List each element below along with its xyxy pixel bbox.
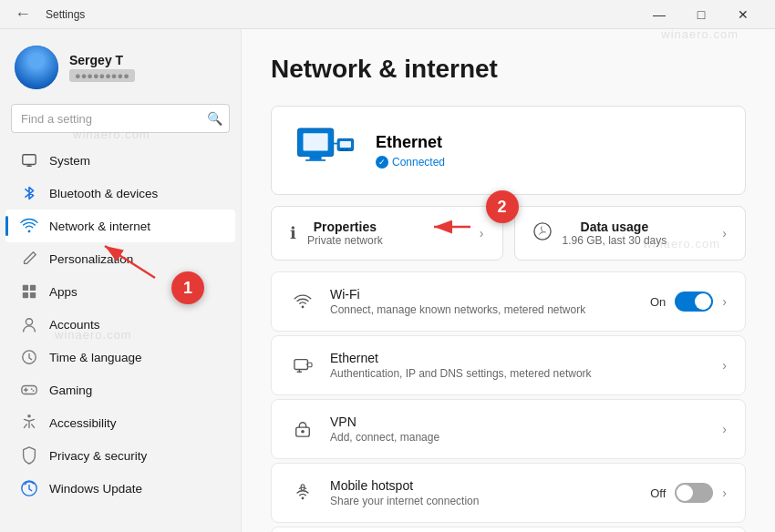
data-usage-button[interactable]: Data usage 1.96 GB, last 30 days › [514, 206, 747, 261]
bluetooth-label: Bluetooth & devices [49, 187, 158, 200]
wifi-info: Wi-Fi Connect, manage known networks, me… [330, 287, 636, 316]
nav-privacy[interactable]: Privacy & security [5, 439, 235, 472]
airplane-item[interactable]: Airplane mode Stop all wireless communic… [271, 527, 746, 532]
privacy-icon [20, 446, 38, 465]
svg-rect-6 [30, 292, 36, 298]
hotspot-subtitle: Share your internet connection [330, 495, 636, 507]
connected-badge: ✓ Connected [376, 156, 723, 169]
personalization-icon [20, 250, 38, 268]
wifi-toggle[interactable] [675, 292, 713, 312]
ethernet-graphic [294, 123, 357, 178]
accessibility-label: Accessibility [49, 416, 117, 430]
data-usage-icon [533, 222, 552, 245]
title-bar: ← Settings — □ ✕ [0, 0, 775, 29]
network-label: Network & internet [49, 220, 150, 233]
hotspot-item[interactable]: Mobile hotspot Share your internet conne… [271, 463, 746, 523]
wifi-toggle-thumb [695, 293, 711, 310]
back-button[interactable]: ← [11, 5, 35, 24]
hotspot-right: Off › [650, 483, 727, 503]
avatar[interactable] [15, 46, 58, 89]
search-icon: 🔍 [207, 111, 222, 126]
data-usage-subtitle: 1.96 GB, last 30 days [563, 234, 667, 247]
ethernet-right: › [722, 358, 727, 373]
wifi-right: On › [650, 292, 727, 312]
svg-point-14 [27, 414, 31, 418]
hotspot-toggle[interactable] [675, 483, 713, 503]
ethernet-item-title: Ethernet [330, 351, 708, 365]
svg-rect-27 [294, 360, 308, 370]
vpn-item[interactable]: VPN Add, connect, manage › [271, 399, 746, 459]
ethernet-card: Ethernet ✓ Connected [271, 106, 746, 195]
svg-rect-17 [304, 133, 328, 150]
svg-point-33 [301, 430, 305, 434]
nav-network[interactable]: Network & internet [5, 210, 235, 242]
nav-accounts[interactable]: Accounts [5, 308, 235, 341]
user-name: Sergey T [69, 53, 135, 67]
svg-point-13 [33, 390, 35, 392]
nav-time[interactable]: Time & language [5, 341, 235, 373]
hotspot-arrow: › [722, 486, 727, 500]
connected-status: Connected [392, 156, 445, 169]
properties-text: Properties Private network [307, 220, 383, 247]
svg-rect-18 [310, 157, 322, 160]
hotspot-info: Mobile hotspot Share your internet conne… [330, 478, 636, 507]
properties-icon: ℹ [290, 223, 296, 243]
app-title: Settings [46, 8, 85, 21]
windows-update-icon [20, 479, 38, 497]
user-section: Sergey T ●●●●●●●●● [0, 36, 241, 104]
watermark-1: winaero.com [661, 29, 739, 41]
data-usage-arrow: › [722, 226, 727, 240]
wifi-title: Wi-Fi [330, 287, 636, 302]
vpn-subtitle: Add, connect, manage [330, 431, 708, 444]
nav-bluetooth[interactable]: Bluetooth & devices [5, 177, 235, 210]
accounts-icon [20, 315, 38, 333]
nav-personalization[interactable]: Personalization [5, 242, 235, 275]
arrow-annotation-2 [429, 218, 475, 236]
content-area: winaero.com winaero.com winaero.com wina… [242, 29, 775, 532]
time-label: Time & language [49, 351, 142, 364]
user-info: Sergey T ●●●●●●●●● [69, 53, 135, 82]
nav-system[interactable]: System [5, 144, 235, 177]
ethernet-item-subtitle: Authentication, IP and DNS settings, met… [330, 367, 708, 380]
nav-windows-update[interactable]: Windows Update [5, 472, 235, 505]
vpn-info: VPN Add, connect, manage [330, 414, 708, 444]
data-usage-left: Data usage 1.96 GB, last 30 days [533, 220, 667, 247]
bluetooth-icon [20, 184, 38, 202]
properties-subtitle: Private network [307, 234, 383, 247]
close-button[interactable]: ✕ [722, 0, 764, 29]
vpn-icon [290, 420, 315, 438]
svg-point-7 [26, 319, 32, 325]
svg-rect-19 [305, 159, 326, 161]
vpn-right: › [722, 422, 727, 436]
svg-point-12 [31, 388, 33, 390]
properties-button[interactable]: ℹ Properties Private network › 2 [271, 206, 503, 261]
gaming-label: Gaming [49, 384, 92, 397]
search-box: 🔍 [11, 104, 230, 133]
quick-actions: ℹ Properties Private network › 2 [271, 206, 746, 261]
svg-rect-24 [345, 149, 348, 151]
user-email: ●●●●●●●●● [69, 69, 135, 82]
privacy-label: Privacy & security [49, 449, 147, 463]
gaming-icon [20, 381, 38, 399]
nav-gaming[interactable]: Gaming [5, 373, 235, 406]
properties-left: ℹ Properties Private network [290, 220, 383, 247]
maximize-button[interactable]: □ [680, 0, 722, 29]
network-icon [20, 217, 38, 235]
svg-rect-3 [23, 285, 28, 291]
svg-rect-0 [23, 155, 36, 165]
title-bar-left: ← Settings [11, 5, 85, 24]
search-input[interactable] [11, 104, 230, 133]
nav-accessibility[interactable]: Accessibility [5, 406, 235, 439]
minimize-button[interactable]: — [638, 0, 680, 29]
wifi-item[interactable]: Wi-Fi Connect, manage known networks, me… [271, 271, 746, 332]
ethernet-info: Ethernet ✓ Connected [376, 133, 723, 169]
connected-dot: ✓ [376, 156, 388, 169]
ethernet-item-arrow: › [722, 358, 727, 373]
hotspot-icon [290, 483, 315, 503]
settings-list: Wi-Fi Connect, manage known networks, me… [271, 271, 746, 532]
annotation-1: 1 [171, 271, 204, 304]
ethernet-item[interactable]: Ethernet Authentication, IP and DNS sett… [271, 335, 746, 395]
svg-rect-5 [23, 292, 28, 298]
ethernet-item-info: Ethernet Authentication, IP and DNS sett… [330, 351, 708, 380]
ethernet-item-icon [290, 356, 315, 374]
